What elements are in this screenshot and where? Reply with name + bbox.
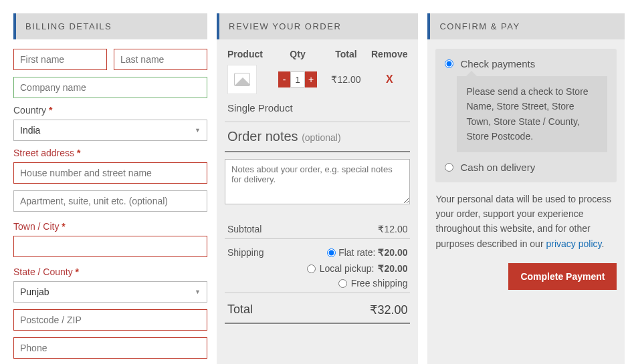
billing-header: BILLING DETAILS [13, 13, 207, 39]
item-total: ₹12.00 [321, 74, 371, 85]
town-label: Town / City * [13, 221, 207, 232]
qty-value: 1 [290, 71, 305, 87]
confirm-header: CONFIRM & PAY [427, 13, 625, 39]
shipping-price-flat: ₹20.00 [378, 247, 407, 258]
first-name-input[interactable] [13, 49, 107, 70]
payment-radio-check[interactable] [445, 59, 453, 68]
phone-input[interactable] [13, 337, 207, 359]
cart-row: - 1 + ₹12.00 X [225, 65, 410, 101]
shipping-radio-free[interactable] [338, 279, 347, 288]
payment-label-check: Check payments [460, 58, 535, 69]
payment-label-cod: Cash on delivery [460, 162, 535, 173]
shipping-radio-local[interactable] [307, 264, 316, 273]
shipping-label: Shipping [227, 247, 264, 258]
payment-option-cod[interactable]: Cash on delivery [445, 162, 607, 173]
total-value: ₹32.00 [370, 303, 407, 317]
col-remove: Remove [371, 49, 407, 59]
payment-check-description: Please send a check to Store Name, Store… [457, 76, 607, 152]
street2-input[interactable] [13, 190, 207, 212]
shipping-price-local: ₹20.00 [378, 263, 407, 274]
confirm-column: CONFIRM & PAY Check payments Please send… [427, 13, 625, 364]
state-label: State / County * [13, 266, 207, 277]
review-table-header: Product Qty Total Remove [225, 49, 410, 65]
col-product: Product [227, 49, 274, 59]
payment-block: Check payments Please send a check to St… [435, 49, 617, 182]
order-notes-label: Order notes (optional) [225, 129, 410, 148]
state-select[interactable]: Punjab [13, 281, 207, 303]
qty-stepper: - 1 + [278, 71, 317, 87]
payment-option-check[interactable]: Check payments [445, 58, 607, 69]
country-select[interactable]: India [13, 120, 207, 141]
shipping-label-local: Local pickup: [320, 263, 375, 274]
review-column: REVIEW YOUR ORDER Product Qty Total Remo… [217, 13, 418, 364]
qty-plus-button[interactable]: + [305, 71, 317, 87]
shipping-radio-flat[interactable] [327, 248, 336, 257]
shipping-label-flat: Flat rate: [338, 247, 375, 258]
privacy-policy-link[interactable]: privacy policy [546, 238, 601, 249]
col-total: Total [321, 49, 371, 59]
postcode-input[interactable] [13, 309, 207, 331]
street-label: Street address * [13, 148, 207, 158]
subtotal-value: ₹12.00 [378, 224, 407, 234]
billing-column: BILLING DETAILS Country * India [13, 13, 207, 364]
product-name: Single Product [225, 101, 410, 119]
country-label: Country * [13, 105, 207, 116]
product-thumbnail [227, 65, 257, 94]
review-header: REVIEW YOUR ORDER [217, 13, 418, 39]
order-notes-textarea[interactable] [225, 159, 410, 204]
complete-payment-button[interactable]: Complete Payment [508, 263, 617, 290]
qty-minus-button[interactable]: - [278, 71, 290, 87]
payment-radio-cod[interactable] [445, 163, 453, 172]
col-qty: Qty [274, 49, 321, 59]
subtotal-row: Subtotal ₹12.00 [225, 222, 410, 236]
shipping-label-free: Free shipping [351, 278, 408, 289]
street1-input[interactable] [13, 162, 207, 184]
total-row: Total ₹32.00 [225, 300, 410, 320]
privacy-notice: Your personal data will be used to proce… [427, 192, 625, 252]
company-input[interactable] [13, 77, 207, 98]
subtotal-label: Subtotal [227, 224, 261, 234]
total-label: Total [227, 303, 253, 317]
last-name-input[interactable] [114, 49, 207, 70]
town-input[interactable] [13, 236, 207, 257]
shipping-row: Shipping Flat rate: ₹20.00 [225, 246, 410, 259]
remove-item-button[interactable]: X [386, 73, 393, 85]
